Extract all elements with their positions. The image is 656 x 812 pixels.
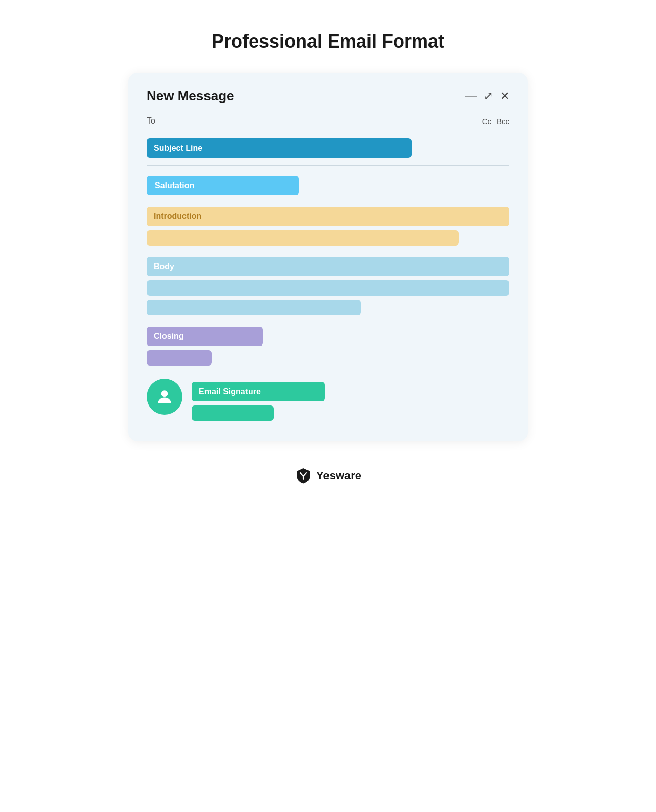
close-button[interactable]: ✕ xyxy=(500,90,509,103)
subject-line-bar[interactable]: Subject Line xyxy=(147,138,412,158)
salutation-label: Salutation xyxy=(155,181,194,190)
to-row: To Cc Bcc xyxy=(147,116,509,131)
introduction-bar-1: Introduction xyxy=(147,207,509,226)
closing-bar-2 xyxy=(147,350,212,366)
closing-bar-1: Closing xyxy=(147,327,263,346)
header-divider xyxy=(147,165,509,166)
salutation-bar: Salutation xyxy=(147,176,299,195)
body-bar-2 xyxy=(147,280,509,296)
introduction-label: Introduction xyxy=(154,212,201,221)
to-label: To xyxy=(147,116,155,126)
body-bar-3 xyxy=(147,300,361,315)
subject-line-label: Subject Line xyxy=(154,144,202,153)
introduction-section: Introduction xyxy=(147,207,509,246)
closing-label: Closing xyxy=(154,332,184,341)
cc-bcc-area: Cc Bcc xyxy=(482,117,509,126)
yesware-logo: Yesware xyxy=(295,467,361,484)
person-icon xyxy=(155,387,174,407)
signature-bars: Email Signature xyxy=(192,379,325,421)
signature-section: Email Signature xyxy=(147,379,509,421)
signature-label: Email Signature xyxy=(199,387,261,396)
signature-bar-1: Email Signature xyxy=(192,382,325,401)
maximize-button[interactable]: ⤢ xyxy=(484,90,493,103)
yesware-brand-name: Yesware xyxy=(316,469,361,482)
window-controls: — ⤢ ✕ xyxy=(465,90,509,103)
email-window-title: New Message xyxy=(147,88,234,104)
yesware-icon xyxy=(295,467,312,484)
avatar xyxy=(147,379,182,415)
bcc-label[interactable]: Bcc xyxy=(497,117,509,126)
closing-section: Closing xyxy=(147,327,509,366)
signature-bar-2 xyxy=(192,405,274,421)
cc-label[interactable]: Cc xyxy=(482,117,491,126)
svg-point-0 xyxy=(161,390,168,397)
body-section: Body xyxy=(147,257,509,315)
introduction-bar-2 xyxy=(147,230,459,246)
salutation-section: Salutation xyxy=(147,176,509,195)
email-card: New Message — ⤢ ✕ To Cc Bcc Subject Line… xyxy=(128,73,528,441)
body-label: Body xyxy=(154,262,174,271)
minimize-button[interactable]: — xyxy=(465,90,477,103)
footer: Yesware xyxy=(295,467,361,484)
page-title: Professional Email Format xyxy=(212,31,444,52)
body-bar-1: Body xyxy=(147,257,509,276)
email-header: New Message — ⤢ ✕ xyxy=(147,88,509,104)
